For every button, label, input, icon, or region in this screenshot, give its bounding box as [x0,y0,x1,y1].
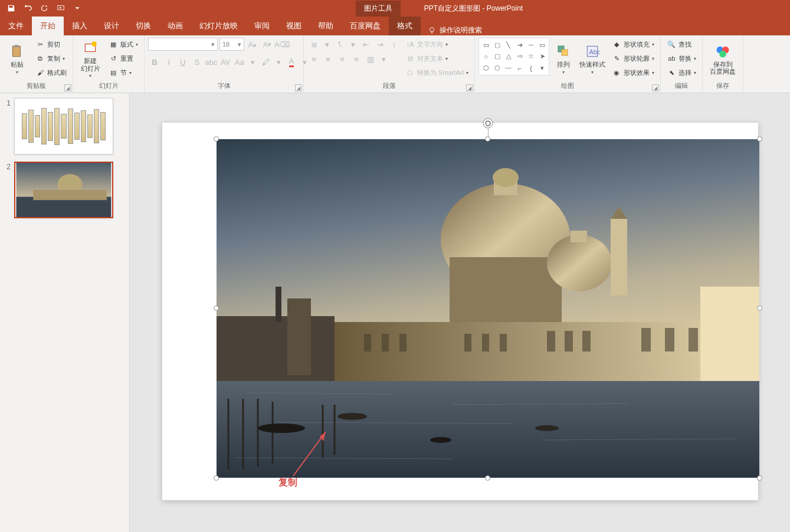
chevron-down-icon[interactable]: ▾ [247,55,258,68]
rotate-handle[interactable] [483,118,493,129]
clear-formatting-icon[interactable]: A⌫ [276,38,289,51]
shape-oval-icon[interactable]: ○ [480,51,491,63]
select-button[interactable]: ⬉选择▾ [664,66,699,79]
shapes-more-icon[interactable]: ▾ [537,63,548,74]
tab-transitions[interactable]: 切换 [127,17,159,35]
text-direction-button[interactable]: ↕A文字方向▾ [403,38,471,51]
smartart-button[interactable]: ⬡转换为 SmartArt▾ [403,66,471,79]
bold-icon[interactable]: B [148,55,161,68]
tab-view[interactable]: 视图 [278,17,310,35]
drawing-dialog-launcher[interactable]: ◢ [652,84,659,91]
shape-brace-icon[interactable]: { [526,63,536,74]
tab-animations[interactable]: 动画 [159,17,191,35]
shape-rect-icon[interactable]: ▭ [480,40,491,51]
highlight-icon[interactable]: 🖍 [259,55,272,68]
tab-design[interactable]: 设计 [96,17,127,35]
change-case-icon[interactable]: Aa [233,55,246,68]
increase-font-icon[interactable]: A▴ [246,38,259,51]
numbering-icon[interactable]: ⒈ [333,38,346,51]
font-color-icon[interactable]: A [285,55,298,68]
tab-format[interactable]: 格式 [389,17,421,35]
replace-button[interactable]: ab替换▾ [664,52,699,65]
tab-baidu[interactable]: 百度网盘 [342,17,389,35]
resize-handle-ml[interactable] [214,306,219,311]
tab-help[interactable]: 帮助 [310,17,342,35]
font-size-combo[interactable]: 18▾ [219,38,244,51]
font-family-combo[interactable]: ▾ [148,38,218,51]
align-left-icon[interactable]: ≡ [307,52,320,65]
underline-icon[interactable]: U [176,55,189,68]
shape-hex-icon[interactable]: ⬡ [480,63,491,74]
clipboard-dialog-launcher[interactable]: ◢ [64,84,71,91]
strikethrough-icon[interactable]: S [191,55,204,68]
justify-icon[interactable]: ≡ [350,52,363,65]
slide-thumbnail-2[interactable] [14,162,113,218]
shape-outline-button[interactable]: ✎形状轮廓▾ [609,52,657,65]
shape-arrowr2-icon[interactable]: ➤ [537,51,548,63]
line-spacing-icon[interactable]: ↕ [388,38,401,51]
layout-button[interactable]: ▦版式▾ [106,38,140,51]
paste-button[interactable]: 粘贴 ▾ [4,38,31,80]
shape-arrow-icon[interactable]: ➔ [514,40,525,51]
char-spacing-icon[interactable]: AV [219,55,232,68]
tab-home[interactable]: 开始 [32,17,64,35]
increase-indent-icon[interactable]: ⇥ [373,38,386,51]
chevron-down-icon[interactable]: ▾ [322,38,332,51]
italic-icon[interactable]: I [162,55,175,68]
tab-review[interactable]: 审阅 [246,17,278,35]
slide-thumbnail-1[interactable] [14,98,113,155]
decrease-font-icon[interactable]: A▾ [261,38,274,51]
chevron-down-icon[interactable]: ▾ [378,52,389,65]
resize-handle-bl[interactable] [214,475,219,481]
quick-styles-button[interactable]: Abc 快速样式▾ [578,38,607,80]
save-icon[interactable] [5,2,18,15]
resize-handle-tr[interactable] [757,136,762,142]
decrease-indent-icon[interactable]: ⇤ [359,38,372,51]
paragraph-dialog-launcher[interactable]: ◢ [466,84,473,91]
shadow-icon[interactable]: abc [205,55,218,68]
shape-connector-icon[interactable]: ⌐ [514,63,525,74]
redo-icon[interactable] [38,2,51,15]
reset-button[interactable]: ↺重置 [106,52,140,65]
font-dialog-launcher[interactable]: ◢ [295,84,302,91]
cut-button[interactable]: ✂剪切 [33,38,69,51]
shape-rect2-icon[interactable]: ▭ [537,40,548,51]
slide[interactable] [162,123,758,500]
resize-handle-mr[interactable] [757,306,762,311]
align-center-icon[interactable]: ≡ [322,52,335,65]
find-button[interactable]: 🔍查找 [664,38,699,51]
shape-arrowr-icon[interactable]: ⇨ [514,51,525,63]
shape-roundrect-icon[interactable]: ▢ [492,51,503,63]
shapes-gallery[interactable]: ▭▢╲➔─▭ ○▢△⇨☆➤ ⬡⬠〰⌐{▾ [478,38,549,75]
chevron-down-icon[interactable]: ▾ [273,55,284,68]
shape-line2-icon[interactable]: ─ [526,40,536,51]
copy-button[interactable]: ⧉复制▾ [33,52,69,65]
shape-star-icon[interactable]: ☆ [526,51,536,63]
shape-triangle-icon[interactable]: △ [503,51,514,63]
tab-slideshow[interactable]: 幻灯片放映 [191,17,246,35]
shape-curve-icon[interactable]: 〰 [503,63,514,74]
shape-line-icon[interactable]: ╲ [503,40,514,51]
resize-handle-tm[interactable] [485,136,490,142]
start-from-beginning-icon[interactable] [54,2,67,15]
new-slide-button[interactable]: 新建 幻灯片 ▾ [77,38,104,80]
format-painter-button[interactable]: 🖌格式刷 [33,66,69,79]
align-text-button[interactable]: ⊟对齐文本▾ [403,52,471,65]
save-to-baidu-button[interactable]: 保存到 百度网盘 [706,38,739,80]
qat-more-icon[interactable] [71,2,84,15]
shape-effects-button[interactable]: ◉形状效果▾ [609,66,657,79]
tell-me-search[interactable]: 操作说明搜索 [421,25,489,35]
shape-penta-icon[interactable]: ⬠ [492,63,503,74]
bullets-icon[interactable]: ≣ [307,38,320,51]
columns-icon[interactable]: ▥ [364,52,377,65]
resize-handle-tl[interactable] [214,136,219,142]
arrange-button[interactable]: 排列▾ [552,38,575,80]
shape-textbox-icon[interactable]: ▢ [492,40,503,51]
slide-canvas-area[interactable]: 复制 [130,93,790,532]
tab-insert[interactable]: 插入 [64,17,96,35]
align-right-icon[interactable]: ≡ [336,52,349,65]
resize-handle-br[interactable] [757,475,762,481]
resize-handle-bm[interactable] [485,475,490,481]
tab-file[interactable]: 文件 [0,17,32,35]
section-button[interactable]: ▤节▾ [106,66,140,79]
